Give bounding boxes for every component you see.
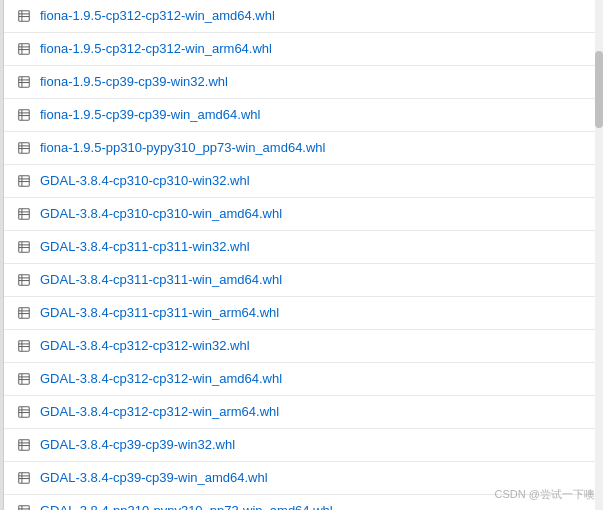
file-link[interactable]: GDAL-3.8.4-cp311-cp311-win_amd64.whl (40, 271, 282, 289)
package-icon (16, 503, 32, 510)
file-link[interactable]: GDAL-3.8.4-cp310-cp310-win32.whl (40, 172, 250, 190)
svg-rect-7 (21, 44, 22, 55)
package-icon (16, 338, 32, 354)
list-item[interactable]: GDAL-3.8.4-cp39-cp39-win32.whl (0, 429, 603, 462)
svg-rect-23 (21, 176, 22, 187)
svg-rect-15 (21, 110, 22, 121)
file-link[interactable]: GDAL-3.8.4-cp39-cp39-win32.whl (40, 436, 235, 454)
svg-rect-29 (19, 244, 30, 245)
svg-rect-54 (19, 445, 30, 446)
svg-rect-25 (19, 211, 30, 212)
file-link[interactable]: fiona-1.9.5-cp312-cp312-win_amd64.whl (40, 7, 275, 25)
package-icon (16, 239, 32, 255)
package-icon (16, 140, 32, 156)
file-link[interactable]: GDAL-3.8.4-cp310-cp310-win_amd64.whl (40, 205, 282, 223)
list-item[interactable]: GDAL-3.8.4-cp310-cp310-win32.whl (0, 165, 603, 198)
file-link[interactable]: GDAL-3.8.4-cp311-cp311-win_arm64.whl (40, 304, 279, 322)
package-icon (16, 272, 32, 288)
package-icon (16, 107, 32, 123)
file-link[interactable]: GDAL-3.8.4-cp311-cp311-win32.whl (40, 238, 250, 256)
svg-rect-19 (21, 143, 22, 154)
svg-rect-30 (19, 247, 30, 248)
svg-rect-2 (19, 16, 30, 17)
svg-rect-26 (19, 214, 30, 215)
svg-rect-14 (19, 115, 30, 116)
svg-rect-47 (21, 374, 22, 385)
list-item[interactable]: GDAL-3.8.4-pp310-pypy310_pp73-win_amd64.… (0, 495, 603, 510)
left-border (0, 0, 4, 510)
file-link[interactable]: fiona-1.9.5-pp310-pypy310_pp73-win_amd64… (40, 139, 325, 157)
file-list: fiona-1.9.5-cp312-cp312-win_amd64.whl fi… (0, 0, 603, 510)
package-icon (16, 173, 32, 189)
package-icon (16, 371, 32, 387)
svg-rect-63 (21, 506, 22, 510)
file-link[interactable]: GDAL-3.8.4-cp39-cp39-win_amd64.whl (40, 469, 268, 487)
list-item[interactable]: GDAL-3.8.4-cp311-cp311-win_amd64.whl (0, 264, 603, 297)
file-link[interactable]: GDAL-3.8.4-cp312-cp312-win32.whl (40, 337, 250, 355)
list-item[interactable]: GDAL-3.8.4-cp39-cp39-win_amd64.whl (0, 462, 603, 495)
items-container: fiona-1.9.5-cp312-cp312-win_amd64.whl fi… (0, 0, 603, 510)
list-item[interactable]: fiona-1.9.5-cp39-cp39-win_amd64.whl (0, 99, 603, 132)
list-item[interactable]: GDAL-3.8.4-cp312-cp312-win_arm64.whl (0, 396, 603, 429)
svg-rect-43 (21, 341, 22, 352)
package-icon (16, 41, 32, 57)
svg-rect-55 (21, 440, 22, 451)
list-item[interactable]: fiona-1.9.5-cp39-cp39-win32.whl (0, 66, 603, 99)
svg-rect-21 (19, 178, 30, 179)
scrollbar-thumb[interactable] (595, 51, 603, 128)
package-icon (16, 74, 32, 90)
svg-rect-50 (19, 412, 30, 413)
svg-rect-31 (21, 242, 22, 253)
list-item[interactable]: GDAL-3.8.4-cp311-cp311-win_arm64.whl (0, 297, 603, 330)
file-link[interactable]: GDAL-3.8.4-pp310-pypy310_pp73-win_amd64.… (40, 502, 333, 510)
svg-rect-34 (19, 280, 30, 281)
svg-rect-38 (19, 313, 30, 314)
package-icon (16, 470, 32, 486)
file-link[interactable]: GDAL-3.8.4-cp312-cp312-win_amd64.whl (40, 370, 282, 388)
svg-rect-51 (21, 407, 22, 418)
svg-rect-46 (19, 379, 30, 380)
svg-rect-13 (19, 112, 30, 113)
svg-rect-6 (19, 49, 30, 50)
list-item[interactable]: GDAL-3.8.4-cp311-cp311-win32.whl (0, 231, 603, 264)
file-link[interactable]: fiona-1.9.5-cp39-cp39-win32.whl (40, 73, 228, 91)
file-link[interactable]: fiona-1.9.5-cp312-cp312-win_arm64.whl (40, 40, 272, 58)
svg-rect-41 (19, 343, 30, 344)
list-item[interactable]: GDAL-3.8.4-cp312-cp312-win_amd64.whl (0, 363, 603, 396)
list-item[interactable]: fiona-1.9.5-cp312-cp312-win_arm64.whl (0, 33, 603, 66)
svg-rect-11 (21, 77, 22, 88)
svg-rect-5 (19, 46, 30, 47)
svg-rect-42 (19, 346, 30, 347)
file-link[interactable]: fiona-1.9.5-cp39-cp39-win_amd64.whl (40, 106, 260, 124)
list-item[interactable]: GDAL-3.8.4-cp312-cp312-win32.whl (0, 330, 603, 363)
svg-rect-53 (19, 442, 30, 443)
svg-rect-61 (19, 508, 30, 509)
svg-rect-37 (19, 310, 30, 311)
list-item[interactable]: fiona-1.9.5-pp310-pypy310_pp73-win_amd64… (0, 132, 603, 165)
svg-rect-10 (19, 82, 30, 83)
svg-rect-45 (19, 376, 30, 377)
svg-rect-33 (19, 277, 30, 278)
svg-rect-1 (19, 13, 30, 14)
svg-rect-17 (19, 145, 30, 146)
svg-rect-49 (19, 409, 30, 410)
svg-rect-58 (19, 478, 30, 479)
svg-rect-18 (19, 148, 30, 149)
svg-rect-27 (21, 209, 22, 220)
svg-rect-3 (21, 11, 22, 22)
svg-rect-39 (21, 308, 22, 319)
scrollbar[interactable] (595, 0, 603, 510)
svg-rect-35 (21, 275, 22, 286)
svg-rect-22 (19, 181, 30, 182)
svg-rect-59 (21, 473, 22, 484)
package-icon (16, 437, 32, 453)
package-icon (16, 206, 32, 222)
svg-rect-57 (19, 475, 30, 476)
package-icon (16, 305, 32, 321)
list-item[interactable]: GDAL-3.8.4-cp310-cp310-win_amd64.whl (0, 198, 603, 231)
list-item[interactable]: fiona-1.9.5-cp312-cp312-win_amd64.whl (0, 0, 603, 33)
package-icon (16, 404, 32, 420)
package-icon (16, 8, 32, 24)
file-link[interactable]: GDAL-3.8.4-cp312-cp312-win_arm64.whl (40, 403, 279, 421)
svg-rect-9 (19, 79, 30, 80)
